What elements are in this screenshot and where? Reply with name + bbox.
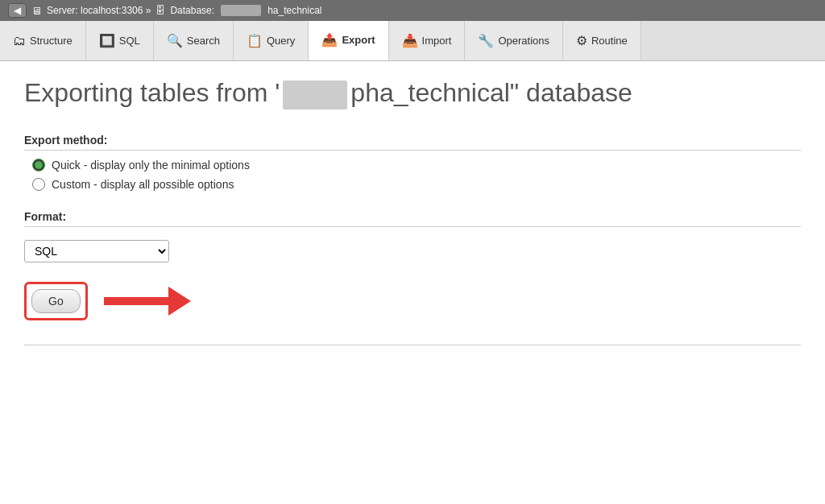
tab-operations[interactable]: 🔧 Operations bbox=[465, 21, 563, 60]
title-prefix: Exporting tables from ' bbox=[24, 78, 280, 107]
title-bar: ◀ 🖥 Server: localhost:3306 » 🗄 Database:… bbox=[0, 0, 825, 21]
operations-icon: 🔧 bbox=[478, 33, 494, 48]
tab-search[interactable]: 🔍 Search bbox=[154, 21, 234, 60]
tab-structure[interactable]: 🗂 Structure bbox=[0, 21, 86, 60]
radio-quick[interactable] bbox=[32, 159, 45, 171]
database-label: Database: bbox=[170, 5, 214, 16]
arrow-indicator bbox=[104, 287, 191, 316]
tab-query[interactable]: 📋 Query bbox=[234, 21, 309, 60]
tab-export-label: Export bbox=[342, 34, 375, 46]
export-method-label: Export method: bbox=[24, 134, 801, 151]
radio-quick-item[interactable]: Quick - display only the minimal options bbox=[32, 159, 801, 171]
export-method-section: Export method: Quick - display only the … bbox=[24, 134, 801, 191]
go-button-wrapper: Go bbox=[24, 282, 88, 320]
arrow-shaft bbox=[104, 297, 168, 305]
structure-icon: 🗂 bbox=[13, 34, 26, 48]
tab-structure-label: Structure bbox=[30, 35, 73, 47]
search-icon: 🔍 bbox=[167, 33, 183, 48]
db-name-blurred bbox=[283, 81, 347, 109]
database-icon: 🗄 bbox=[155, 5, 165, 16]
tab-sql[interactable]: 🔲 SQL bbox=[86, 21, 154, 60]
export-icon: 📤 bbox=[321, 32, 338, 48]
sql-icon: 🔲 bbox=[99, 33, 115, 48]
format-label: Format: bbox=[24, 210, 801, 227]
tab-export[interactable]: 📤 Export bbox=[309, 21, 388, 60]
tab-routine-label: Routine bbox=[591, 35, 628, 47]
radio-quick-label: Quick - display only the minimal options bbox=[52, 159, 250, 171]
format-select[interactable]: SQL CSV JSON XML PDF bbox=[24, 240, 169, 262]
tab-operations-label: Operations bbox=[498, 35, 549, 47]
query-icon: 📋 bbox=[247, 33, 263, 48]
main-content: Exporting tables from 'pha_technical" da… bbox=[0, 61, 825, 361]
page-title: Exporting tables from 'pha_technical" da… bbox=[24, 77, 801, 109]
tab-routine[interactable]: ⚙ Routine bbox=[563, 21, 641, 60]
go-area: Go bbox=[24, 282, 801, 320]
server-label: Server: localhost:3306 » bbox=[47, 5, 151, 16]
database-name: ha_technical bbox=[267, 5, 321, 16]
radio-custom-item[interactable]: Custom - display all possible options bbox=[32, 178, 801, 191]
server-icon: 🖥 bbox=[31, 5, 42, 17]
routine-icon: ⚙ bbox=[576, 33, 587, 48]
radio-group: Quick - display only the minimal options… bbox=[24, 159, 801, 191]
tab-import-label: Import bbox=[422, 35, 452, 47]
go-button[interactable]: Go bbox=[31, 289, 81, 313]
back-button[interactable]: ◀ bbox=[8, 3, 27, 18]
arrow-head bbox=[168, 287, 191, 316]
tab-query-label: Query bbox=[267, 35, 295, 47]
bottom-divider bbox=[24, 345, 801, 345]
database-name-blurred bbox=[221, 5, 261, 16]
tab-import[interactable]: 📥 Import bbox=[389, 21, 466, 60]
title-suffix: pha_technical" database bbox=[350, 78, 632, 107]
tab-bar: 🗂 Structure 🔲 SQL 🔍 Search 📋 Query 📤 Exp… bbox=[0, 21, 825, 61]
radio-custom-label: Custom - display all possible options bbox=[52, 178, 234, 191]
format-section: Format: SQL CSV JSON XML PDF bbox=[24, 210, 801, 262]
import-icon: 📥 bbox=[402, 33, 418, 48]
radio-custom[interactable] bbox=[32, 178, 45, 191]
tab-search-label: Search bbox=[187, 35, 220, 47]
tab-sql-label: SQL bbox=[119, 35, 140, 47]
